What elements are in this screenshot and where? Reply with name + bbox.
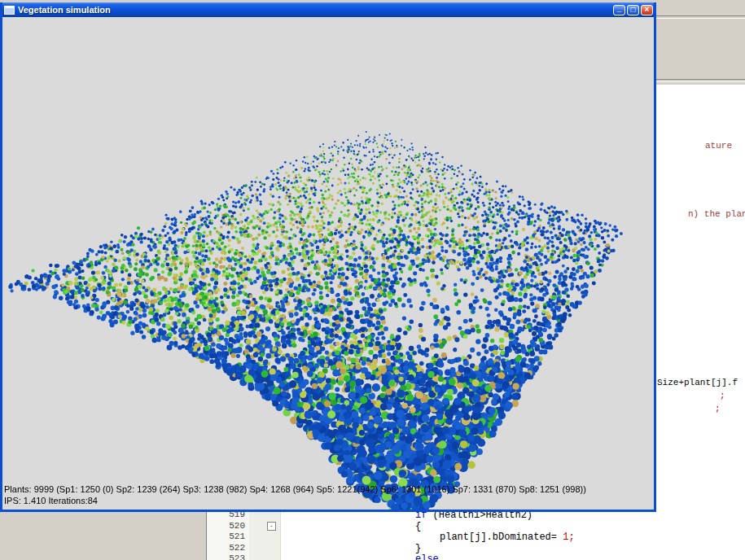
code-token: if [415, 511, 427, 521]
line-number: 519 [209, 511, 245, 519]
fold-glyph: - [270, 522, 274, 529]
code-token: else [415, 553, 439, 560]
maximize-button[interactable]: □ [627, 5, 639, 15]
line-number: 520 [209, 521, 245, 531]
code-line: else [281, 553, 439, 560]
line-number-gutter[interactable]: 519520521522523 [207, 511, 249, 560]
toolbar-divider [656, 79, 745, 82]
code-line: } [281, 543, 421, 554]
fold-collapse-icon[interactable]: - [267, 522, 276, 531]
code-text-area[interactable]: if (Health1>Health2){plant[j].bDominated… [281, 511, 745, 560]
minimize-button[interactable]: _ [613, 5, 625, 15]
window-controls: _ □ × [613, 5, 654, 15]
vegetation-simulation-window: Vegetation simulation _ □ × Plants: 9999… [0, 2, 656, 512]
line-number: 522 [209, 543, 245, 553]
code-token: (Health1>Health2) [427, 511, 532, 521]
simulation-status: Plants: 9999 (Sp1: 1250 (0) Sp2: 1239 (2… [4, 483, 586, 506]
line-number: 521 [209, 532, 245, 541]
desktop: { "window": { "title": "Vegetation simul… [0, 0, 745, 560]
code-token: } [415, 543, 421, 554]
code-token: { [415, 521, 421, 532]
code-editor-bottom-pane[interactable]: 519520521522523 - if (Health1>Health2){p… [206, 511, 745, 560]
simulation-viewport[interactable]: Plants: 9999 (Sp1: 1250 (0) Sp2: 1239 (2… [2, 17, 654, 510]
vegetation-scatter-canvas[interactable] [2, 17, 654, 510]
code-line: if (Health1>Health2) [281, 511, 532, 521]
code-token: 1; [563, 532, 574, 543]
line-number: 523 [209, 553, 245, 560]
code-line: { [281, 521, 421, 532]
code-editor-right-pane[interactable] [656, 85, 745, 511]
window-title: Vegetation simulation [18, 5, 111, 15]
close-button[interactable]: × [641, 5, 653, 15]
code-token: plant[j].bDominated= [440, 532, 563, 543]
app-icon [4, 6, 15, 15]
window-titlebar[interactable]: Vegetation simulation _ □ × [2, 2, 654, 17]
minimize-icon: _ [617, 3, 622, 12]
code-line: plant[j].bDominated= 1; [281, 532, 575, 543]
maximize-icon: □ [630, 5, 635, 14]
toolbar-divider [656, 15, 745, 19]
plants-status-line: Plants: 9999 (Sp1: 1250 (0) Sp2: 1239 (2… [4, 483, 586, 495]
close-icon: × [645, 5, 650, 14]
code-folding-margin[interactable]: - [249, 511, 281, 560]
ips-status-line: IPS: 1.410 Iterations:84 [4, 495, 586, 506]
